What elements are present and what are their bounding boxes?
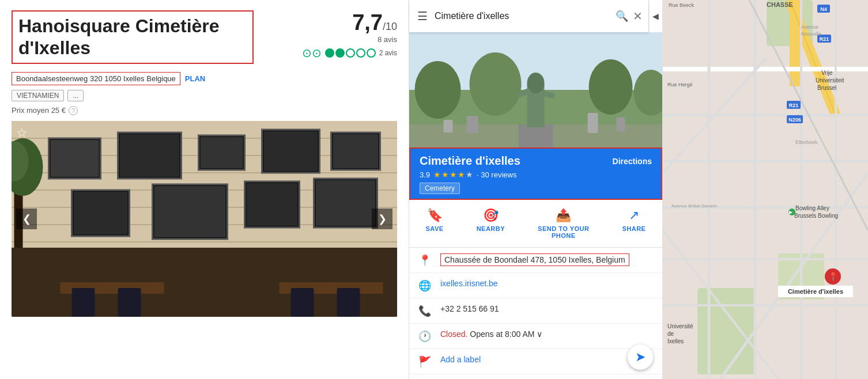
- svg-text:📍: 📍: [828, 272, 839, 282]
- svg-text:Universiteit: Universiteit: [816, 77, 844, 84]
- score-number: 7,7: [352, 10, 383, 35]
- svg-point-42: [415, 61, 461, 119]
- svg-rect-33: [72, 288, 95, 317]
- ta-circle-3: [346, 48, 355, 58]
- ta-circle-1: [325, 48, 334, 58]
- directions-button[interactable]: ➤: [628, 344, 653, 370]
- chevron-down-icon[interactable]: ∨: [537, 329, 542, 339]
- location-pin-icon: 📍: [418, 254, 431, 267]
- prev-image-button[interactable]: ❮: [16, 209, 37, 229]
- svg-text:Nouvelle: Nouvelle: [801, 31, 821, 37]
- gmap-header: ☰ 🔍 ✕: [409, 0, 648, 32]
- nearby-icon: 🎯: [483, 208, 499, 223]
- svg-text:Bowling Alley: Bowling Alley: [795, 205, 829, 211]
- svg-text:▶: ▶: [789, 210, 793, 215]
- action-row: 🔖 SAVE 🎯 NEARBY 📤 SEND TO YOURPHONE ↗ SH…: [409, 200, 662, 248]
- website-link[interactable]: ixelles.irisnet.be: [440, 279, 498, 288]
- flag-icon: 🚩: [418, 355, 431, 368]
- nearby-button[interactable]: 🎯 NEARBY: [477, 208, 505, 239]
- star-2: ★: [441, 170, 449, 179]
- svg-rect-19: [333, 134, 379, 168]
- svg-text:Université: Université: [667, 323, 693, 329]
- svg-text:CHASSE: CHASSE: [767, 1, 793, 8]
- phone-icon: 📞: [418, 305, 431, 317]
- save-icon: 🔖: [427, 208, 443, 223]
- save-label: SAVE: [426, 225, 444, 232]
- collapse-panel-button[interactable]: ◀: [648, 0, 662, 32]
- ta-circle-4: [356, 48, 365, 58]
- address-full: Chaussée de Boondael 478, 1050 Ixelles, …: [440, 253, 629, 266]
- svg-text:Rue Beeck: Rue Beeck: [669, 2, 695, 8]
- svg-rect-51: [467, 116, 478, 133]
- svg-text:R21: R21: [789, 103, 799, 108]
- place-info-bar: Cimetière d'ixelles 3.9 ★ ★ ★ ★ ★ · 30 r…: [409, 147, 662, 200]
- svg-rect-11: [51, 140, 99, 177]
- ta-circle-2: [335, 48, 345, 58]
- svg-text:N206: N206: [788, 117, 801, 123]
- score-avis: 8 avis: [302, 35, 397, 44]
- cemetery-tag-button[interactable]: Cemetery: [420, 183, 460, 194]
- address-text: Boondaalsesteenweg 320 1050 Ixelles Belg…: [12, 72, 180, 85]
- svg-text:Ixelles: Ixelles: [667, 338, 684, 344]
- label-info-row: 🚩 Add a label: [409, 349, 662, 374]
- svg-text:Brussel: Brussel: [817, 85, 836, 91]
- ta-avis: 2 avis: [379, 49, 397, 57]
- map-svg[interactable]: N4 R21 R21 N206 Rue Beeck CHASSE Avenue …: [663, 0, 868, 379]
- wall-bg: [12, 121, 397, 317]
- send-phone-label: SEND TO YOURPHONE: [538, 225, 589, 239]
- svg-text:Rue Hergé: Rue Hergé: [667, 82, 693, 88]
- star-4: ★: [458, 170, 465, 179]
- gmap-search-icon[interactable]: 🔍: [616, 10, 628, 22]
- svg-rect-15: [201, 137, 243, 168]
- prix-label: Prix moyen 25 €: [12, 106, 66, 115]
- svg-rect-35: [291, 288, 314, 317]
- tripadvisor-row: ⊙⊙ 2 avis: [302, 46, 397, 60]
- svg-text:R21: R21: [820, 36, 829, 42]
- suggest-edit-button[interactable]: SUGGEST AN EDIT: [409, 374, 662, 379]
- svg-rect-23: [154, 186, 226, 237]
- nearby-label: NEARBY: [477, 225, 505, 232]
- score-area: 7,7/10 8 avis ⊙⊙ 2 avis: [302, 10, 397, 60]
- directions-arrow-icon: ➤: [635, 350, 646, 365]
- phone-number: +32 2 515 66 91: [440, 304, 499, 313]
- svg-point-44: [589, 59, 633, 115]
- tripadvisor-logo: ⊙⊙: [302, 46, 322, 60]
- place-title: Cimetière d'ixelles: [420, 154, 520, 168]
- share-button[interactable]: ↗ SHARE: [622, 208, 646, 239]
- star-1: ★: [433, 170, 441, 179]
- cemetery-photo: [409, 32, 662, 147]
- svg-point-43: [470, 52, 522, 116]
- tag-vietnamien[interactable]: VIETNAMIEN: [12, 90, 64, 101]
- add-label-link[interactable]: Add a label: [440, 355, 481, 364]
- send-to-phone-button[interactable]: 📤 SEND TO YOURPHONE: [538, 208, 589, 239]
- svg-rect-27: [316, 180, 376, 226]
- svg-rect-54: [444, 120, 453, 132]
- tag-more[interactable]: ...: [67, 90, 84, 101]
- hamburger-menu-icon[interactable]: ☰: [415, 7, 430, 25]
- svg-rect-53: [617, 118, 625, 132]
- plan-link[interactable]: PLAN: [185, 74, 205, 83]
- address-row: Boondaalsesteenweg 320 1050 Ixelles Belg…: [12, 72, 397, 85]
- send-phone-icon: 📤: [556, 208, 571, 223]
- save-button[interactable]: 🔖 SAVE: [426, 208, 444, 239]
- hours-text: Closed. Opens at 8:00 AM ∨: [440, 329, 542, 339]
- gmap-search-input[interactable]: [435, 11, 611, 21]
- help-icon[interactable]: ?: [69, 106, 78, 115]
- prix-row: Prix moyen 25 € ?: [12, 106, 397, 115]
- svg-rect-52: [588, 113, 598, 133]
- place-title-row: Cimetière d'ixelles 3.9 ★ ★ ★ ★ ★ · 30 r…: [420, 154, 652, 194]
- google-maps-panel: ☰ 🔍 ✕ ◀: [409, 0, 663, 379]
- svg-rect-21: [74, 192, 128, 234]
- svg-rect-34: [118, 288, 141, 317]
- gmap-close-icon[interactable]: ✕: [633, 9, 643, 23]
- star-3: ★: [450, 170, 457, 179]
- score-out-of: /10: [383, 21, 397, 32]
- next-image-button[interactable]: ❯: [372, 209, 393, 229]
- map-background: N4 R21 R21 N206 Rue Beeck CHASSE Avenue …: [663, 0, 868, 379]
- hours-info-row: 🕐 Closed. Opens at 8:00 AM ∨: [409, 324, 662, 349]
- hotel-title: Hanoisquare Cimetière d'Ixelles: [12, 10, 254, 64]
- favorite-star-icon[interactable]: ☆: [16, 126, 28, 141]
- svg-text:Etterbeek: Etterbeek: [795, 139, 818, 145]
- closed-label: Closed.: [440, 329, 467, 339]
- svg-text:de: de: [667, 331, 674, 337]
